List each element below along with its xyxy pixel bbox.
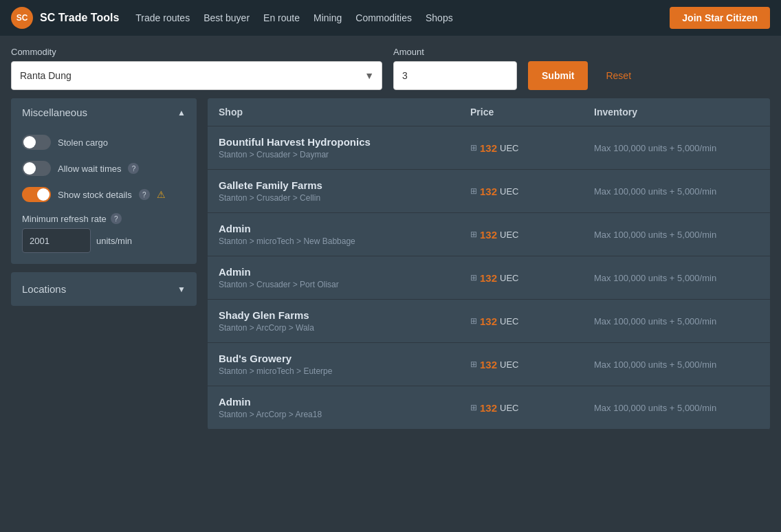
shop-location: Stanton > ArcCorp > Wala: [219, 323, 470, 333]
show-stock-details-toggle[interactable]: [22, 187, 51, 202]
shop-location: Stanton > microTech > New Babbage: [219, 236, 470, 246]
shop-location: Stanton > Crusader > Port Olisar: [219, 280, 470, 289]
show-stock-details-row: Show stock details ? ⚠: [22, 187, 186, 202]
refresh-help-icon[interactable]: ?: [111, 213, 122, 224]
show-stock-details-label: Show stock details: [58, 190, 132, 200]
amount-group: Amount: [393, 47, 517, 90]
inventory-cell: Max 100,000 units + 5,000/min: [594, 316, 759, 326]
brand-name: SC Trade Tools: [40, 12, 119, 24]
shop-location: Stanton > Crusader > Cellin: [219, 193, 470, 203]
warning-icon: ⚠: [157, 189, 166, 200]
price-unit: UEC: [500, 273, 518, 283]
table-row[interactable]: Admin Stanton > Crusader > Port Olisar ⊞…: [208, 256, 770, 300]
shop-location: Stanton > Crusader > Daymar: [219, 150, 470, 159]
results-body: Bountiful Harvest Hydroponics Stanton > …: [208, 126, 770, 430]
show-stock-details-help-icon[interactable]: ?: [139, 189, 150, 200]
nav-best-buyer[interactable]: Best buyer: [204, 12, 250, 23]
toggle-thumb: [23, 136, 36, 148]
submit-button[interactable]: Submit: [528, 61, 588, 90]
price-cell: ⊞ 132 UEC: [470, 272, 594, 284]
navbar: SC SC Trade Tools Trade routes Best buye…: [0, 0, 781, 36]
shop-name: Admin: [219, 396, 470, 408]
nav-en-route[interactable]: En route: [263, 12, 300, 23]
commodity-label: Commodity: [11, 47, 382, 57]
reset-button[interactable]: Reset: [599, 61, 638, 90]
chevron-up-icon: ▲: [177, 108, 186, 118]
logo: SC SC Trade Tools: [11, 7, 119, 29]
price-value: 132: [480, 315, 497, 327]
price-cell: ⊞ 132 UEC: [470, 186, 594, 197]
price-cell: ⊞ 132 UEC: [470, 402, 594, 414]
price-cell: ⊞ 132 UEC: [470, 142, 594, 154]
nav-mining[interactable]: Mining: [314, 12, 342, 23]
allow-wait-times-row: Allow wait times ?: [22, 161, 186, 176]
miscellaneous-section: Miscellaneous ▲ Stolen cargo Allow wait …: [11, 98, 197, 264]
locations-header[interactable]: Locations ▼: [11, 272, 197, 306]
table-row[interactable]: Admin Stanton > ArcCorp > Area18 ⊞ 132 U…: [208, 386, 770, 430]
col-shop: Shop: [219, 107, 470, 118]
price-unit: UEC: [500, 403, 518, 413]
price-icon: ⊞: [470, 230, 477, 239]
price-icon: ⊞: [470, 403, 477, 412]
table-row[interactable]: Bountiful Harvest Hydroponics Stanton > …: [208, 126, 770, 170]
commodity-group: Commodity Ranta Dung ▼: [11, 47, 382, 90]
nav-shops[interactable]: Shops: [426, 12, 453, 23]
price-unit: UEC: [500, 143, 518, 153]
price-value: 132: [480, 402, 497, 414]
price-cell: ⊞ 132 UEC: [470, 229, 594, 241]
price-value: 132: [480, 359, 497, 370]
shop-info: Gallete Family Farms Stanton > Crusader …: [219, 179, 470, 203]
price-cell: ⊞ 132 UEC: [470, 315, 594, 327]
shop-info: Shady Glen Farms Stanton > ArcCorp > Wal…: [219, 309, 470, 333]
price-value: 132: [480, 186, 497, 197]
allow-wait-times-help-icon[interactable]: ?: [128, 163, 139, 174]
price-value: 132: [480, 142, 497, 154]
refresh-rate-input[interactable]: [22, 228, 91, 253]
price-unit: UEC: [500, 359, 518, 370]
shop-name: Admin: [219, 266, 470, 278]
amount-input[interactable]: [393, 61, 517, 90]
chevron-down-icon-locations: ▼: [177, 285, 186, 294]
price-unit: UEC: [500, 230, 518, 240]
shop-name: Shady Glen Farms: [219, 309, 470, 321]
shop-location: Stanton > ArcCorp > Area18: [219, 410, 470, 419]
inventory-cell: Max 100,000 units + 5,000/min: [594, 230, 759, 240]
allow-wait-times-toggle[interactable]: [22, 161, 51, 176]
shop-name: Admin: [219, 223, 470, 234]
toggle-thumb-2: [23, 162, 36, 175]
shop-name: Gallete Family Farms: [219, 179, 470, 191]
price-cell: ⊞ 132 UEC: [470, 359, 594, 370]
amount-label: Amount: [393, 47, 517, 57]
shop-info: Admin Stanton > Crusader > Port Olisar: [219, 266, 470, 289]
nav-trade-routes[interactable]: Trade routes: [135, 12, 190, 23]
nav-commodities[interactable]: Commodities: [355, 12, 412, 23]
refresh-label-row: Minimum refresh rate ?: [22, 213, 186, 224]
locations-title: Locations: [22, 283, 66, 295]
miscellaneous-header[interactable]: Miscellaneous ▲: [11, 98, 197, 126]
stolen-cargo-toggle[interactable]: [22, 135, 51, 150]
table-row[interactable]: Bud's Growery Stanton > microTech > Eute…: [208, 343, 770, 386]
toggle-thumb-3: [37, 188, 50, 201]
price-value: 132: [480, 229, 497, 241]
commodity-select[interactable]: Ranta Dung: [11, 61, 382, 90]
allow-wait-times-label: Allow wait times: [58, 164, 121, 174]
table-row[interactable]: Gallete Family Farms Stanton > Crusader …: [208, 170, 770, 213]
join-button[interactable]: Join Star Citizen: [670, 7, 770, 29]
shop-info: Bud's Growery Stanton > microTech > Eute…: [219, 353, 470, 376]
refresh-unit-label: units/min: [96, 236, 132, 246]
logo-icon: SC: [11, 7, 33, 29]
price-icon: ⊞: [470, 359, 477, 369]
price-icon: ⊞: [470, 143, 477, 153]
stolen-cargo-label: Stolen cargo: [58, 137, 108, 148]
table-row[interactable]: Admin Stanton > microTech > New Babbage …: [208, 213, 770, 256]
shop-name: Bountiful Harvest Hydroponics: [219, 136, 470, 148]
commodity-select-wrapper: Ranta Dung ▼: [11, 61, 382, 90]
table-row[interactable]: Shady Glen Farms Stanton > ArcCorp > Wal…: [208, 300, 770, 343]
shop-info: Admin Stanton > microTech > New Babbage: [219, 223, 470, 246]
inventory-cell: Max 100,000 units + 5,000/min: [594, 143, 759, 153]
shop-location: Stanton > microTech > Euterpe: [219, 366, 470, 376]
inventory-cell: Max 100,000 units + 5,000/min: [594, 359, 759, 370]
locations-section: Locations ▼: [11, 272, 197, 306]
search-form: Commodity Ranta Dung ▼ Amount Submit Res…: [0, 36, 781, 98]
shop-info: Bountiful Harvest Hydroponics Stanton > …: [219, 136, 470, 159]
